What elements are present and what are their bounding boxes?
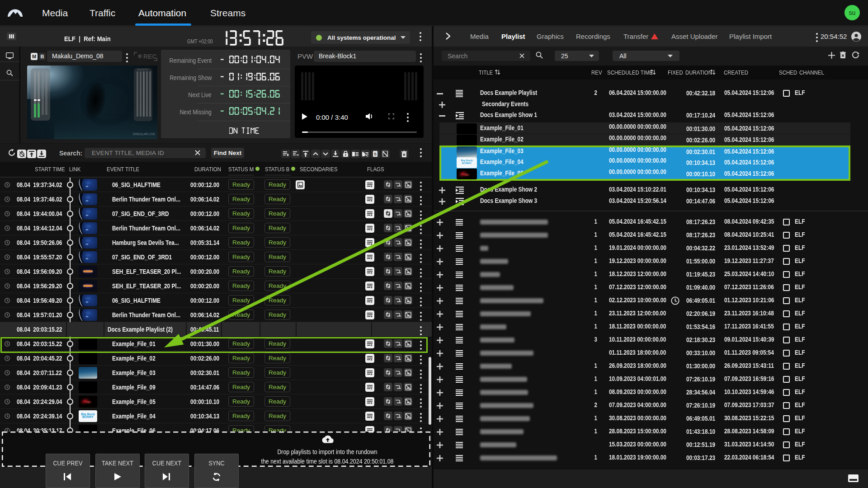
- svg-text:S: S: [374, 152, 377, 156]
